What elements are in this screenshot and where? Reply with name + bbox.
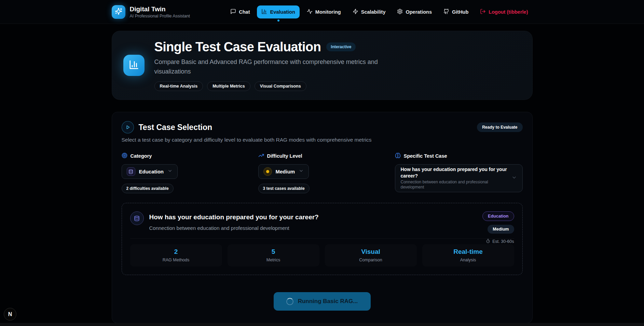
activity-icon	[307, 9, 313, 15]
brand: Digital Twin AI Professional Profile Ass…	[112, 5, 190, 19]
timer-icon	[486, 239, 490, 244]
category-hint: 2 difficulties available	[122, 184, 174, 193]
nextjs-logo-icon: N	[8, 311, 12, 317]
preview-stats: 2 RAG Methods 5 Metrics Visual Compariso…	[130, 244, 514, 266]
nav-label: GitHub	[452, 9, 468, 15]
nav-label: Monitoring	[315, 9, 341, 15]
nav-item-scalability[interactable]: Scalability	[348, 5, 390, 18]
logout-icon	[480, 9, 486, 15]
run-button-label: Running Basic RAG...	[298, 298, 358, 305]
app-title: Digital Twin	[130, 5, 190, 13]
feature-pill: Multiple Metrics	[207, 81, 250, 91]
stat-metrics: 5 Metrics	[228, 244, 319, 266]
app-subtitle: AI Professional Profile Assistant	[130, 14, 190, 18]
zap-icon	[353, 9, 358, 15]
difficulty-dot-icon	[263, 167, 272, 176]
stat-rag-methods: 2 RAG Methods	[130, 244, 222, 266]
chevron-down-icon	[167, 168, 173, 175]
hero-chart-badge	[123, 55, 145, 76]
github-icon	[443, 9, 449, 15]
test-case-select[interactable]: How has your education prepared you for …	[395, 164, 523, 192]
chevron-down-icon	[511, 175, 517, 182]
stat-value: Visual	[328, 248, 413, 256]
database-icon	[130, 211, 144, 225]
run-evaluation-button[interactable]: Running Basic RAG...	[274, 292, 371, 311]
active-tab-dot	[277, 19, 279, 22]
test-case-column: Specific Test Case How has your educatio…	[395, 153, 523, 193]
estimate-label: Est. 30-60s	[492, 239, 514, 244]
feature-pill: Real-time Analysis	[154, 81, 203, 91]
category-column: Category Education 2 difficulties availa…	[122, 153, 249, 193]
nav-item-operations[interactable]: Operations	[393, 5, 436, 18]
logout-button[interactable]: Logout (tibberle)	[476, 5, 532, 18]
stat-value: Real-time	[426, 248, 511, 256]
stat-label: RAG Methods	[134, 258, 219, 262]
difficulty-label: Difficulty Level	[267, 153, 302, 159]
logout-label: Logout (tibberle)	[489, 9, 528, 15]
test-case-preview-card: How has your education prepared you for …	[122, 203, 523, 275]
difficulty-hint: 3 test cases available	[258, 184, 310, 193]
feature-pills: Real-time Analysis Multiple Metrics Visu…	[154, 81, 380, 91]
status-badge: Ready to Evaluate	[477, 122, 522, 132]
page-title: Single Test Case Evaluation	[154, 40, 321, 54]
nav-item-monitoring[interactable]: Monitoring	[302, 5, 345, 18]
brain-icon	[395, 153, 401, 159]
top-nav: Digital Twin AI Professional Profile Ass…	[0, 0, 644, 24]
divider	[130, 238, 514, 239]
test-case-value: How has your education prepared you for …	[401, 166, 511, 179]
feature-pill: Visual Comparisons	[255, 81, 306, 91]
bottom-strip	[0, 323, 644, 326]
stat-visual-comparison: Visual Comparison	[325, 244, 417, 266]
stat-realtime-analysis: Real-time Analysis	[422, 244, 514, 266]
difficulty-value: Medium	[276, 169, 295, 174]
gear-icon	[397, 9, 403, 15]
database-icon	[127, 167, 135, 176]
page-description: Compare Basic and Advanced RAG performan…	[154, 57, 380, 77]
category-value: Education	[139, 169, 164, 174]
difficulty-column: Difficulty Level Medium 3 test cases ava…	[258, 153, 386, 193]
stat-value: 2	[134, 248, 219, 256]
bar-chart-icon	[129, 60, 139, 71]
nextjs-devtools-button[interactable]: N	[4, 308, 16, 321]
nav-label: Scalability	[361, 9, 386, 15]
interactive-badge: Interactive	[326, 42, 356, 51]
test-case-label: Specific Test Case	[404, 153, 447, 159]
test-case-value-sub: Connection between education and profess…	[401, 180, 511, 190]
category-select[interactable]: Education	[122, 164, 178, 179]
stat-value: 5	[231, 248, 316, 256]
category-label: Category	[131, 153, 152, 159]
test-case-selection-panel: Test Case Selection Ready to Evaluate Se…	[112, 112, 533, 323]
preview-question: How has your education prepared you for …	[149, 213, 319, 221]
nav-item-evaluation[interactable]: Evaluation	[257, 5, 299, 18]
hero-panel: Single Test Case Evaluation Interactive …	[112, 31, 533, 100]
stat-label: Analysis	[426, 258, 511, 262]
difficulty-select[interactable]: Medium	[258, 164, 309, 179]
sparkles-icon	[115, 8, 122, 16]
play-icon[interactable]	[122, 121, 134, 133]
stat-label: Metrics	[231, 258, 316, 262]
nav-menu: Chat Evaluation Monitoring Scalability O…	[226, 5, 532, 18]
stat-label: Comparison	[328, 258, 413, 262]
nav-label: Evaluation	[270, 9, 295, 15]
spinner-icon	[286, 298, 293, 305]
bar-chart-icon	[261, 9, 267, 15]
difficulty-badge: Medium	[488, 225, 514, 234]
trending-up-icon	[258, 153, 264, 159]
nav-item-github[interactable]: GitHub	[439, 5, 473, 18]
chat-icon	[230, 9, 236, 15]
section-subtitle: Select a test case by category and diffi…	[122, 137, 523, 143]
nav-label: Operations	[406, 9, 432, 15]
nav-label: Chat	[239, 9, 250, 15]
target-icon	[122, 153, 127, 159]
nav-item-chat[interactable]: Chat	[226, 5, 254, 18]
app-logo	[112, 5, 125, 19]
section-title: Test Case Selection	[139, 123, 213, 132]
category-badge: Education	[482, 211, 514, 221]
chevron-down-icon	[299, 168, 304, 175]
preview-description: Connection between education and profess…	[149, 225, 319, 231]
